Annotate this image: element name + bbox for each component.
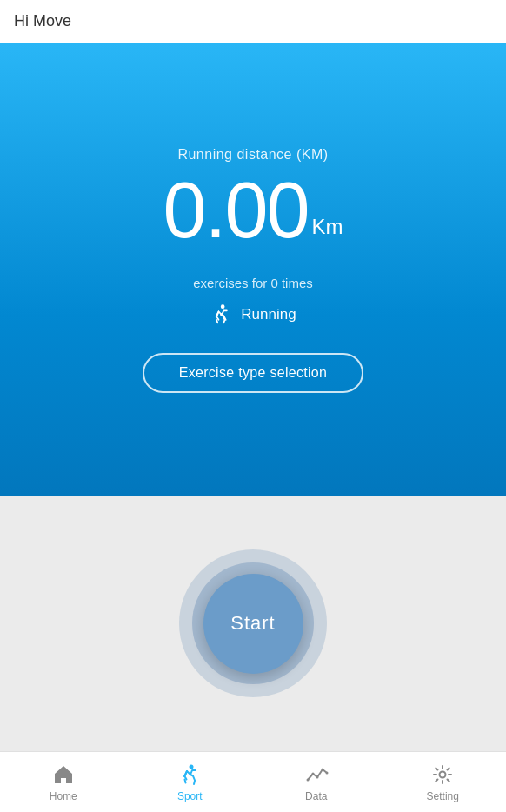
exercise-mode-text: Running bbox=[241, 306, 296, 323]
start-button-label: Start bbox=[230, 612, 275, 635]
nav-item-sport[interactable]: Sport bbox=[127, 762, 254, 802]
distance-display: 0.00 Km bbox=[163, 171, 343, 250]
nav-item-data[interactable]: Data bbox=[253, 762, 380, 802]
svg-point-2 bbox=[306, 778, 309, 781]
running-distance-label: Running distance (KM) bbox=[177, 147, 328, 163]
exercise-mode: Running bbox=[210, 303, 296, 327]
bottom-nav: Home Sport Data Setting bbox=[0, 751, 506, 812]
exercise-type-button[interactable]: Exercise type selection bbox=[143, 353, 364, 393]
gear-icon bbox=[430, 762, 455, 787]
svg-point-3 bbox=[311, 772, 314, 775]
svg-point-7 bbox=[440, 771, 446, 777]
nav-label-setting: Setting bbox=[427, 790, 459, 802]
nav-label-data: Data bbox=[305, 790, 327, 802]
nav-label-home: Home bbox=[50, 790, 77, 802]
data-icon bbox=[304, 762, 329, 787]
distance-unit: Km bbox=[312, 215, 343, 239]
start-button-middle-ring: Start bbox=[192, 562, 314, 684]
exercises-text: exercises for 0 times bbox=[193, 276, 313, 290]
sport-icon bbox=[177, 762, 202, 787]
top-bar: Hi Move bbox=[0, 0, 506, 43]
nav-item-home[interactable]: Home bbox=[0, 762, 127, 802]
svg-point-1 bbox=[190, 764, 194, 769]
svg-point-4 bbox=[316, 775, 318, 778]
hero-section: Running distance (KM) 0.00 Km exercises … bbox=[0, 43, 506, 496]
home-icon bbox=[51, 762, 76, 787]
start-button[interactable]: Start bbox=[203, 574, 303, 674]
svg-point-6 bbox=[325, 771, 328, 774]
nav-item-setting[interactable]: Setting bbox=[380, 762, 507, 802]
start-button-outer-ring: Start bbox=[179, 549, 327, 697]
app-title: Hi Move bbox=[14, 12, 71, 30]
distance-value: 0.00 bbox=[163, 171, 308, 250]
nav-label-sport: Sport bbox=[177, 790, 203, 802]
svg-point-0 bbox=[221, 304, 225, 309]
running-icon bbox=[210, 303, 234, 327]
svg-point-5 bbox=[321, 768, 323, 770]
start-section: Start bbox=[0, 496, 506, 751]
